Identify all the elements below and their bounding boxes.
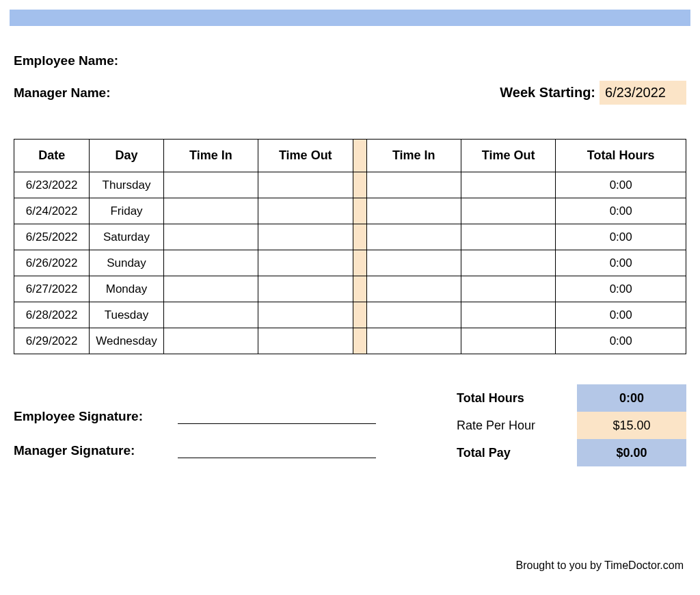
table-header-row: Date Day Time In Time Out Time In Time O… [14, 140, 686, 172]
cell-total-hours: 0:00 [556, 172, 686, 198]
cell-day: Tuesday [90, 302, 163, 328]
cell-time-in-2[interactable] [366, 224, 461, 250]
cell-time-out[interactable] [258, 250, 353, 276]
cell-time-out-2[interactable] [461, 276, 555, 302]
cell-day: Wednesday [90, 328, 163, 354]
cell-day: Monday [90, 276, 163, 302]
cell-total-hours: 0:00 [556, 224, 686, 250]
cell-time-in[interactable] [163, 250, 258, 276]
cell-day: Friday [90, 198, 163, 224]
footer-credit: Brought to you by TimeDoctor.com [0, 559, 700, 572]
table-row: 6/25/2022Saturday0:00 [14, 224, 686, 250]
cell-total-hours: 0:00 [556, 250, 686, 276]
cell-date: 6/24/2022 [14, 198, 90, 224]
manager-name-label: Manager Name: [14, 85, 111, 101]
header-bar [10, 10, 690, 26]
summary-section: Employee Signature: Manager Signature: T… [14, 384, 686, 477]
cell-date: 6/23/2022 [14, 172, 90, 198]
table-row: 6/24/2022Friday0:00 [14, 198, 686, 224]
cell-gap [353, 172, 366, 198]
table-row: 6/28/2022Tuesday0:00 [14, 302, 686, 328]
cell-time-in-2[interactable] [366, 302, 461, 328]
cell-date: 6/29/2022 [14, 328, 90, 354]
cell-time-out[interactable] [258, 172, 353, 198]
header-day: Day [90, 140, 163, 172]
cell-time-in-2[interactable] [366, 198, 461, 224]
cell-gap [353, 302, 366, 328]
manager-signature-line[interactable] [178, 443, 376, 458]
cell-date: 6/28/2022 [14, 302, 90, 328]
cell-time-out[interactable] [258, 302, 353, 328]
cell-day: Sunday [90, 250, 163, 276]
cell-gap [353, 328, 366, 354]
cell-time-out[interactable] [258, 224, 353, 250]
cell-day: Thursday [90, 172, 163, 198]
top-labels: Employee Name: Manager Name: Week Starti… [14, 53, 686, 105]
cell-time-out-2[interactable] [461, 198, 555, 224]
cell-time-out-2[interactable] [461, 302, 555, 328]
cell-time-in-2[interactable] [366, 328, 461, 354]
total-hours-label: Total Hours [454, 391, 577, 406]
total-hours-value: 0:00 [577, 384, 686, 412]
cell-total-hours: 0:00 [556, 198, 686, 224]
cell-time-in[interactable] [163, 302, 258, 328]
header-date: Date [14, 140, 90, 172]
cell-date: 6/27/2022 [14, 276, 90, 302]
cell-time-out-2[interactable] [461, 250, 555, 276]
cell-time-in[interactable] [163, 276, 258, 302]
table-row: 6/27/2022Monday0:00 [14, 276, 686, 302]
cell-time-in-2[interactable] [366, 172, 461, 198]
signatures: Employee Signature: Manager Signature: [14, 409, 376, 477]
total-pay-value: $0.00 [577, 439, 686, 466]
cell-time-out-2[interactable] [461, 224, 555, 250]
cell-time-out[interactable] [258, 328, 353, 354]
cell-total-hours: 0:00 [556, 276, 686, 302]
cell-time-out[interactable] [258, 276, 353, 302]
cell-total-hours: 0:00 [556, 302, 686, 328]
header-time-out: Time Out [258, 140, 353, 172]
cell-time-in[interactable] [163, 198, 258, 224]
table-row: 6/23/2022Thursday0:00 [14, 172, 686, 198]
cell-gap [353, 198, 366, 224]
table-row: 6/26/2022Sunday0:00 [14, 250, 686, 276]
cell-time-out[interactable] [258, 198, 353, 224]
cell-time-in[interactable] [163, 224, 258, 250]
manager-signature-label: Manager Signature: [14, 443, 178, 458]
cell-gap [353, 276, 366, 302]
rate-per-hour-label: Rate Per Hour [454, 419, 577, 433]
cell-time-in[interactable] [163, 328, 258, 354]
cell-day: Saturday [90, 224, 163, 250]
cell-time-in[interactable] [163, 172, 258, 198]
total-pay-label: Total Pay [454, 446, 577, 460]
header-time-in: Time In [163, 140, 258, 172]
week-starting-label: Week Starting: [500, 85, 595, 101]
week-starting-group: Week Starting: 6/23/2022 [500, 81, 686, 105]
cell-gap [353, 250, 366, 276]
employee-signature-line[interactable] [178, 409, 376, 424]
cell-time-out-2[interactable] [461, 328, 555, 354]
cell-time-out-2[interactable] [461, 172, 555, 198]
employee-signature-label: Employee Signature: [14, 409, 178, 424]
header-time-out-2: Time Out [461, 140, 555, 172]
totals: Total Hours 0:00 Rate Per Hour $15.00 To… [454, 384, 686, 477]
timesheet-table: Date Day Time In Time Out Time In Time O… [14, 139, 686, 354]
cell-date: 6/26/2022 [14, 250, 90, 276]
cell-date: 6/25/2022 [14, 224, 90, 250]
cell-time-in-2[interactable] [366, 250, 461, 276]
header-total-hours: Total Hours [556, 140, 686, 172]
week-starting-value[interactable]: 6/23/2022 [600, 81, 686, 105]
cell-total-hours: 0:00 [556, 328, 686, 354]
rate-per-hour-value[interactable]: $15.00 [577, 412, 686, 439]
cell-gap [353, 224, 366, 250]
header-time-in-2: Time In [366, 140, 461, 172]
table-row: 6/29/2022Wednesday0:00 [14, 328, 686, 354]
employee-name-label: Employee Name: [14, 53, 118, 68]
cell-time-in-2[interactable] [366, 276, 461, 302]
header-gap [353, 140, 366, 172]
